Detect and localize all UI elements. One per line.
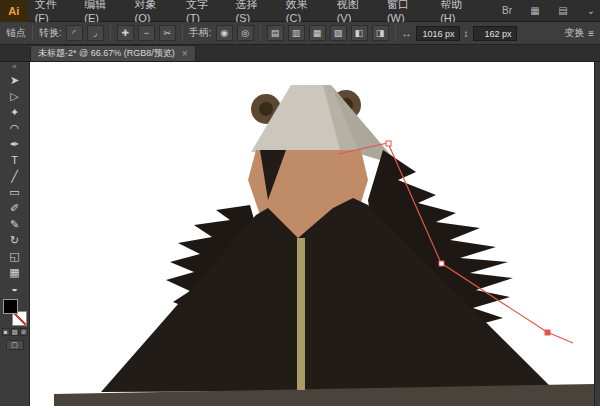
artboard-canvas[interactable] xyxy=(30,62,594,406)
align-right-button[interactable]: ▦ xyxy=(309,25,326,41)
color-mode-button[interactable]: ■ xyxy=(2,328,10,336)
height-icon: ↕ xyxy=(464,28,469,39)
menu-item-select[interactable]: 选择(S) xyxy=(229,0,279,22)
paintbrush-tool[interactable]: ✐ xyxy=(3,200,27,216)
window-edge xyxy=(594,62,600,406)
align-center-button[interactable]: ▥ xyxy=(288,25,305,41)
anchor-label: 锚点 xyxy=(6,26,26,40)
menu-item-edit[interactable]: 编辑(E) xyxy=(77,0,127,22)
panel-collapse-icon[interactable]: « xyxy=(12,63,16,72)
document-tab-title: 未标题-2* @ 66.67% (RGB8/预览) xyxy=(38,47,175,60)
lasso-tool[interactable]: ◠ xyxy=(3,120,27,136)
anchor-point[interactable] xyxy=(439,261,444,266)
type-tool[interactable]: T xyxy=(3,152,27,168)
separator xyxy=(110,25,111,41)
menu-item-window[interactable]: 窗口(W) xyxy=(380,0,433,22)
width-icon: ↔ xyxy=(402,28,412,39)
anchor-point[interactable] xyxy=(386,141,391,146)
transform-label[interactable]: 变换 xyxy=(564,26,584,40)
gradient-mode-button[interactable]: ▨ xyxy=(11,328,19,336)
x-position-field[interactable]: 1016 px xyxy=(416,26,460,41)
distribute-bottom-button[interactable]: ◨ xyxy=(372,25,389,41)
separator xyxy=(260,25,261,41)
rectangle-tool[interactable]: ▭ xyxy=(3,184,27,200)
gradient-tool[interactable]: ▦ xyxy=(3,264,27,280)
pencil-tool[interactable]: ✎ xyxy=(3,216,27,232)
scale-tool[interactable]: ◱ xyxy=(3,248,27,264)
fill-color-swatch[interactable] xyxy=(3,299,18,314)
convert-to-smooth-button[interactable]: ◜ xyxy=(66,25,83,41)
illustrator-window: Ai 文件(F) 编辑(E) 对象(O) 文字(T) 选择(S) 效果(C) 视… xyxy=(0,0,600,406)
y-position-field[interactable]: 162 px xyxy=(473,26,517,41)
menu-bar: Ai 文件(F) 编辑(E) 对象(O) 文字(T) 选择(S) 效果(C) 视… xyxy=(0,0,600,22)
anchor-point-selected[interactable] xyxy=(545,330,550,335)
artwork xyxy=(30,62,594,406)
menu-item-file[interactable]: 文件(F) xyxy=(28,0,78,22)
app-logo: Ai xyxy=(0,0,28,22)
control-bar: 锚点 转换: ◜ ◞ ✚ − ✂ 手柄: ◉ ◎ ▤ ▥ ▦ ▧ ◧ ◨ ↔ 1… xyxy=(0,22,600,45)
main-area: « ➤ ▷ ✦ ◠ ✒ T ╱ ▭ ✐ ✎ ↻ ◱ ▦ ◒ ■ ▨ ⊘ ▢ xyxy=(0,62,600,406)
line-segment-tool[interactable]: ╱ xyxy=(3,168,27,184)
screen-mode-button[interactable]: ▢ xyxy=(6,340,24,350)
menu-item-view[interactable]: 视图(V) xyxy=(330,0,380,22)
document-tab-bar: 未标题-2* @ 66.67% (RGB8/预览) × xyxy=(0,45,600,62)
color-swatches xyxy=(2,299,28,326)
distribute-middle-button[interactable]: ◧ xyxy=(351,25,368,41)
separator xyxy=(395,25,396,41)
paint-mode-buttons: ■ ▨ ⊘ xyxy=(2,328,28,336)
distribute-top-button[interactable]: ▧ xyxy=(330,25,347,41)
bridge-icon[interactable]: Br xyxy=(498,5,516,16)
add-anchor-button[interactable]: ✚ xyxy=(117,25,134,41)
menubar-icons: Br ▦ ▤ ⌄ xyxy=(498,5,600,16)
arrange-documents-icon[interactable]: ▦ xyxy=(526,5,544,16)
menu-item-type[interactable]: 文字(T) xyxy=(179,0,229,22)
none-mode-button[interactable]: ⊘ xyxy=(20,328,28,336)
separator xyxy=(182,25,183,41)
align-left-button[interactable]: ▤ xyxy=(267,25,284,41)
panel-menu-icon[interactable]: ≡ xyxy=(588,28,594,39)
show-handles-button[interactable]: ◉ xyxy=(216,25,233,41)
menu-item-object[interactable]: 对象(O) xyxy=(128,0,179,22)
convert-label: 转换: xyxy=(39,26,62,40)
hide-handles-button[interactable]: ◎ xyxy=(237,25,254,41)
eyedropper-tool[interactable]: ◒ xyxy=(3,280,27,296)
rotate-tool[interactable]: ↻ xyxy=(3,232,27,248)
selection-tool[interactable]: ➤ xyxy=(3,72,27,88)
delete-anchor-button[interactable]: − xyxy=(138,25,155,41)
direct-selection-tool[interactable]: ▷ xyxy=(3,88,27,104)
left-ear-inner-shape xyxy=(259,102,273,116)
close-icon[interactable]: × xyxy=(182,48,188,59)
tools-panel: « ➤ ▷ ✦ ◠ ✒ T ╱ ▭ ✐ ✎ ↻ ◱ ▦ ◒ ■ ▨ ⊘ ▢ xyxy=(0,62,30,406)
menu-item-help[interactable]: 帮助(H) xyxy=(433,0,484,22)
workspace-switcher-icon[interactable]: ▤ xyxy=(554,5,572,16)
chevron-down-icon[interactable]: ⌄ xyxy=(582,5,600,16)
pen-tool[interactable]: ✒ xyxy=(3,136,27,152)
document-tab[interactable]: 未标题-2* @ 66.67% (RGB8/预览) × xyxy=(30,45,196,61)
center-stripe-shape xyxy=(297,238,305,390)
separator xyxy=(32,25,33,41)
magic-wand-tool[interactable]: ✦ xyxy=(3,104,27,120)
convert-to-corner-button[interactable]: ◞ xyxy=(87,25,104,41)
menu-item-effect[interactable]: 效果(C) xyxy=(279,0,330,22)
handles-label: 手柄: xyxy=(189,26,212,40)
cut-path-button[interactable]: ✂ xyxy=(159,25,176,41)
